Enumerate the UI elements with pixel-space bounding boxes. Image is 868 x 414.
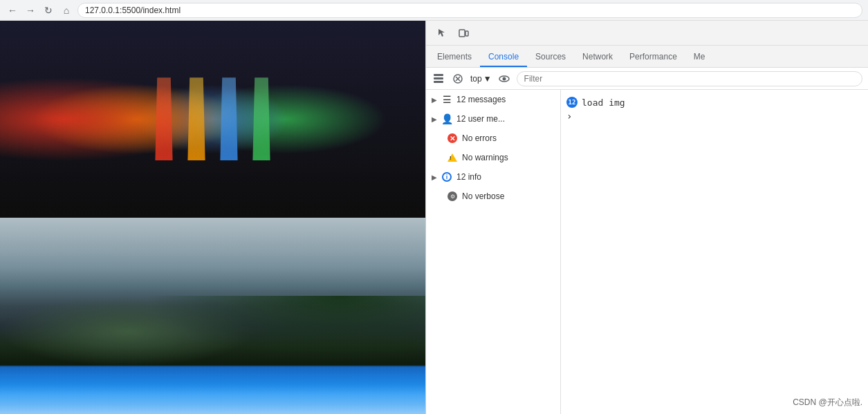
watermark: CSDN @开心点啦. bbox=[793, 397, 862, 408]
svg-rect-1 bbox=[465, 31, 468, 36]
clear-messages-button[interactable] bbox=[451, 72, 465, 86]
message-count-badge: 12 bbox=[566, 97, 578, 108]
tab-elements[interactable]: Elements bbox=[429, 48, 480, 67]
list-icon: ☰ bbox=[441, 94, 452, 105]
expand-output-icon[interactable]: › bbox=[566, 111, 572, 122]
device-toolbar-button[interactable] bbox=[454, 23, 473, 43]
cocktail-image bbox=[0, 21, 425, 218]
sidebar-item-user-messages[interactable]: ▶ 👤 12 user me... bbox=[426, 109, 560, 129]
console-sidebar: ▶ ☰ 12 messages ▶ 👤 12 user me... ✕ No bbox=[426, 90, 561, 414]
refresh-button[interactable]: ↻ bbox=[41, 3, 55, 17]
devtools-panel: Elements Console Sources Network Perform… bbox=[425, 21, 868, 414]
address-bar[interactable]: 127.0.0.1:5500/index.html bbox=[77, 3, 862, 18]
tab-performance[interactable]: Performance bbox=[621, 48, 685, 67]
glass-4 bbox=[250, 64, 274, 160]
expand-user-icon: ▶ bbox=[432, 115, 437, 123]
forward-button[interactable]: → bbox=[24, 3, 37, 17]
devtools-icons-bar bbox=[426, 21, 868, 46]
tab-network[interactable]: Network bbox=[574, 48, 621, 67]
mountain-image bbox=[0, 218, 425, 415]
page-content bbox=[0, 21, 425, 414]
inspect-element-button[interactable] bbox=[432, 23, 451, 43]
console-expand-line[interactable]: › bbox=[566, 109, 862, 123]
glass-1 bbox=[152, 64, 176, 160]
console-content: ▶ ☰ 12 messages ▶ 👤 12 user me... ✕ No bbox=[426, 90, 868, 414]
context-selector[interactable]: top ▼ bbox=[470, 74, 492, 84]
console-output: 12 load img › bbox=[561, 90, 868, 414]
eye-button[interactable] bbox=[497, 72, 511, 86]
error-icon: ✕ bbox=[447, 133, 458, 144]
tab-more[interactable]: Me bbox=[685, 48, 714, 67]
info-icon: i bbox=[441, 171, 452, 182]
main-area: Elements Console Sources Network Perform… bbox=[0, 21, 868, 414]
user-icon: 👤 bbox=[441, 113, 452, 124]
back-button[interactable]: ← bbox=[6, 3, 19, 17]
svg-point-9 bbox=[502, 77, 506, 80]
console-filter-input[interactable] bbox=[517, 71, 862, 86]
console-log-text: load img bbox=[582, 97, 625, 108]
verbose-icon: ⚙ bbox=[447, 191, 458, 202]
tab-console[interactable]: Console bbox=[480, 48, 527, 67]
glass-3 bbox=[217, 64, 241, 160]
tab-sources[interactable]: Sources bbox=[527, 48, 574, 67]
svg-rect-4 bbox=[434, 81, 443, 83]
svg-rect-0 bbox=[459, 30, 465, 37]
sidebar-item-errors[interactable]: ✕ No errors bbox=[426, 129, 560, 148]
expand-info-icon: ▶ bbox=[432, 173, 437, 181]
svg-rect-3 bbox=[434, 77, 443, 79]
sidebar-item-verbose[interactable]: ⚙ No verbose bbox=[426, 187, 560, 206]
warning-icon bbox=[447, 152, 458, 163]
sidebar-item-info[interactable]: ▶ i 12 info bbox=[426, 167, 560, 187]
browser-bar: ← → ↻ ⌂ 127.0.0.1:5500/index.html bbox=[0, 0, 868, 21]
home-button[interactable]: ⌂ bbox=[59, 3, 73, 17]
console-log-line: 12 load img bbox=[566, 95, 862, 109]
clear-console-button[interactable] bbox=[432, 72, 445, 86]
glass-2 bbox=[185, 64, 209, 160]
console-toolbar: top ▼ bbox=[426, 68, 868, 90]
svg-rect-2 bbox=[434, 74, 443, 76]
devtools-tabs: Elements Console Sources Network Perform… bbox=[426, 46, 868, 68]
sidebar-item-warnings[interactable]: No warnings bbox=[426, 148, 560, 167]
sidebar-item-messages[interactable]: ▶ ☰ 12 messages bbox=[426, 90, 560, 109]
expand-messages-icon: ▶ bbox=[432, 96, 437, 104]
